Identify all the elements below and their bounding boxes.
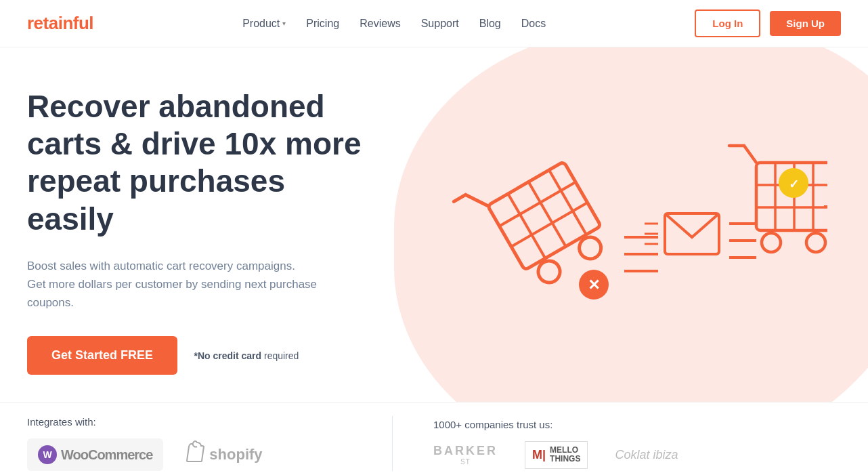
mello-text: MELLOTHINGS <box>550 446 580 464</box>
nav-pricing[interactable]: Pricing <box>306 18 339 30</box>
hero-title: Recover abandoned carts & drive 10x more… <box>27 88 379 238</box>
hero-illustration: ✕ <box>448 81 827 366</box>
shopify-bag-icon <box>183 440 205 470</box>
hero-content: Recover abandoned carts & drive 10x more… <box>27 88 379 375</box>
woocommerce-text: WooCommerce <box>61 447 152 463</box>
integrates-label: Integrates with: <box>27 416 365 428</box>
svg-point-26 <box>806 233 825 252</box>
trust-logos: BARKER ST M| MELLOTHINGS Coklat ibiza <box>433 441 841 468</box>
barker-sub: ST <box>460 458 471 466</box>
trust-label: 1000+ companies trust us: <box>433 419 841 430</box>
nav-blog[interactable]: Blog <box>479 18 501 30</box>
trust-section: 1000+ companies trust us: BARKER ST M| M… <box>393 419 841 468</box>
email-icon <box>645 213 719 254</box>
nav-docs[interactable]: Docs <box>521 18 546 30</box>
barker-text: BARKER <box>433 444 498 458</box>
svg-point-25 <box>762 233 781 252</box>
signup-button[interactable]: Sign Up <box>770 11 841 36</box>
logo-accent: ful <box>73 13 93 33</box>
flow-arrow-2 <box>729 224 756 258</box>
recovered-cart-icon <box>729 146 827 252</box>
nav-reviews[interactable]: Reviews <box>360 18 400 30</box>
header-actions: Log In Sign Up <box>695 9 841 37</box>
nav-product[interactable]: Product ▾ <box>242 18 286 30</box>
chevron-down-icon: ▾ <box>282 20 286 27</box>
coklat-logo: Coklat ibiza <box>615 448 678 462</box>
header: retainful Product ▾ Pricing Reviews Supp… <box>0 0 868 47</box>
woocommerce-logo: W WooCommerce <box>27 438 163 471</box>
logo[interactable]: retainful <box>27 13 93 34</box>
login-button[interactable]: Log In <box>695 9 760 37</box>
main-nav: Product ▾ Pricing Reviews Support Blog D… <box>242 18 546 30</box>
svg-text:✕: ✕ <box>588 276 600 293</box>
nav-support[interactable]: Support <box>421 18 459 30</box>
get-started-button[interactable]: Get Started FREE <box>27 336 177 375</box>
barker-logo: BARKER ST <box>433 444 498 466</box>
mello-m-icon: M| <box>532 448 546 462</box>
svg-line-4 <box>500 182 576 226</box>
integration-logos: W WooCommerce shopify <box>27 438 365 471</box>
integrates-section: Integrates with: W WooCommerce shopify <box>27 416 393 471</box>
dollar-sign: $ <box>824 184 827 224</box>
coklat-text: Coklat ibiza <box>615 448 678 461</box>
logo-main: retain <box>27 13 73 33</box>
mello-things-logo: M| MELLOTHINGS <box>525 441 588 468</box>
hero-subtitle: Boost sales with automatic cart recovery… <box>27 257 352 312</box>
shopify-text: shopify <box>209 446 262 464</box>
hero-cta-row: Get Started FREE *No credit card require… <box>27 336 379 375</box>
no-credit-text: *No credit card required <box>194 350 299 361</box>
flow-arrow-1 <box>624 237 658 271</box>
cart-svg: ✕ <box>448 81 827 366</box>
woo-w-icon: W <box>38 445 57 464</box>
bottom-section: Integrates with: W WooCommerce shopify 1… <box>0 402 868 473</box>
shopify-logo: shopify <box>183 440 262 470</box>
svg-text:✓: ✓ <box>789 178 799 191</box>
hero-section: Recover abandoned carts & drive 10x more… <box>0 47 868 402</box>
